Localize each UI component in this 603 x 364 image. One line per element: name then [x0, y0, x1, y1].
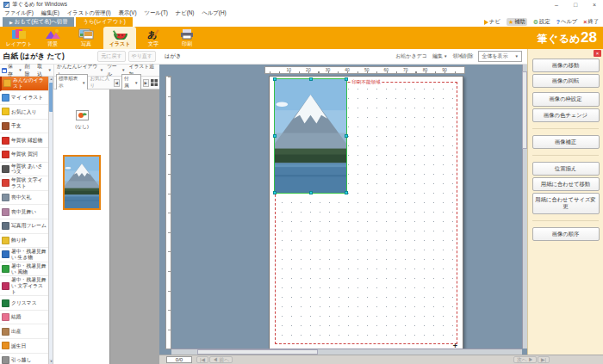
- import-label: 取込: [37, 63, 47, 78]
- move-to-paper-button[interactable]: 用紙に合わせて移動: [532, 177, 600, 191]
- attached-select[interactable]: 付属▼: [121, 74, 141, 91]
- minimize-button[interactable]: –: [551, 2, 562, 8]
- category-item[interactable]: みんなのイラスト: [0, 77, 53, 91]
- chevron-down-icon: ▼: [515, 54, 519, 59]
- menu-tools[interactable]: ツール(T): [145, 9, 168, 17]
- tab-back-layout[interactable]: うら(レイアウト): [76, 17, 132, 27]
- category-item[interactable]: 年賀状 縁起物: [0, 133, 53, 148]
- save-button[interactable]: 保存▼: [2, 63, 22, 78]
- category-item[interactable]: 暑中・残暑見舞い 風物: [0, 262, 53, 277]
- import-button[interactable]: 取込▼: [37, 63, 52, 78]
- image-move-button[interactable]: 画像の移動: [532, 59, 600, 72]
- tab-background[interactable]: 背景: [36, 27, 69, 49]
- main-toolbar: レイアウト 背景 写真 イラスト あ 文字 印刷: [0, 27, 603, 49]
- assist-button[interactable]: ★補助: [507, 18, 527, 26]
- resize-handle[interactable]: [309, 191, 313, 194]
- paint-deco-button[interactable]: お絵かきデコ: [395, 52, 427, 60]
- resize-handle[interactable]: [273, 134, 277, 138]
- settings-button[interactable]: ⚙設定: [533, 18, 550, 26]
- image-correct-button[interactable]: 画像補正: [532, 135, 600, 149]
- category-item[interactable]: 干支: [0, 120, 53, 134]
- resize-handle[interactable]: [345, 134, 348, 138]
- menu-edit[interactable]: 編集(E): [41, 9, 59, 17]
- postcard-canvas[interactable]: 印刷不能領域 +: [269, 76, 463, 350]
- thumbnail-photo[interactable]: [53, 151, 110, 213]
- prev-set-button[interactable]: ◀: [114, 79, 120, 87]
- next-set-button[interactable]: ▶: [143, 79, 149, 87]
- category-icon: [3, 79, 11, 87]
- area-delete-button[interactable]: 領域削除: [452, 52, 473, 60]
- menu-help[interactable]: ヘルプ(H): [202, 9, 226, 17]
- scrollbar-thumb[interactable]: [522, 71, 527, 149]
- maximize-button[interactable]: □: [570, 2, 581, 8]
- next-page-button[interactable]: 次へ ▶: [513, 356, 537, 363]
- category-item[interactable]: 暑中・残暑見舞い 文字イラスト: [0, 276, 53, 296]
- resize-handle[interactable]: [309, 77, 313, 81]
- placed-fuji-photo[interactable]: [274, 78, 347, 194]
- thumbnail-none[interactable]: (なし): [53, 89, 110, 151]
- category-item[interactable]: 年賀状 あいさつ文: [0, 163, 53, 177]
- resize-to-paper-button[interactable]: 用紙に合わせてサイズ変更: [532, 193, 600, 213]
- sidebar-scrollbar[interactable]: ▲ ▼: [48, 77, 53, 364]
- quit-button[interactable]: ×終了: [583, 18, 599, 26]
- delete-button[interactable]: 削除: [25, 63, 34, 78]
- align-position-button[interactable]: 位置揃え: [532, 162, 600, 176]
- grid-view-icon[interactable]: [151, 79, 158, 87]
- category-item[interactable]: マイ イラスト: [0, 91, 53, 106]
- resize-handle[interactable]: [273, 191, 277, 194]
- category-item[interactable]: 引っ越し: [0, 354, 53, 364]
- resize-handle[interactable]: [345, 77, 348, 81]
- panel-close-icon[interactable]: ×: [594, 50, 601, 57]
- ruler-tick-label: 50: [357, 67, 376, 73]
- image-frame-button[interactable]: 画像の枠設定: [532, 92, 600, 106]
- app-icon: [3, 2, 9, 8]
- image-order-button[interactable]: 画像の順序: [532, 227, 600, 241]
- edit-dropdown[interactable]: 編集▼: [432, 52, 447, 60]
- category-item[interactable]: 喪中欠礼: [0, 191, 53, 206]
- category-item[interactable]: 誕生日: [0, 339, 53, 354]
- category-label: 年賀状 あいさつ文: [11, 163, 47, 175]
- category-item[interactable]: 喪中見舞い: [0, 205, 53, 219]
- category-item[interactable]: 年賀状 文字イラスト: [0, 176, 53, 191]
- undo-button[interactable]: 元に戻す: [97, 51, 125, 62]
- menu-view[interactable]: 表示(V): [119, 9, 137, 17]
- navi-button[interactable]: ナビ: [484, 18, 500, 26]
- category-item[interactable]: 暑中・残暑見舞い 生き物: [0, 248, 53, 262]
- first-page-button[interactable]: |◀: [196, 356, 208, 363]
- category-item[interactable]: お気に入り: [0, 105, 53, 120]
- tab-text[interactable]: あ 文字: [137, 27, 170, 49]
- layout-icon: [11, 28, 27, 40]
- category-item[interactable]: 飾り枠: [0, 234, 53, 249]
- help-button[interactable]: ?ヘルプ: [556, 18, 578, 26]
- divider: [532, 220, 599, 221]
- sort-order-select[interactable]: 標準順表示▼: [56, 74, 88, 91]
- redo-button[interactable]: やり直す: [128, 51, 156, 62]
- tab-photo[interactable]: 写真: [70, 27, 103, 49]
- menu-navi[interactable]: ナビ(N): [176, 9, 195, 17]
- tab-layout[interactable]: レイアウト: [3, 27, 35, 49]
- category-item[interactable]: 出産: [0, 324, 53, 339]
- assist-label: 補助: [514, 18, 525, 26]
- resize-handle[interactable]: [345, 191, 348, 194]
- menu-illust-manage[interactable]: イラストの管理(I): [67, 9, 111, 17]
- close-button[interactable]: ×: [589, 2, 600, 8]
- zoom-mode-select[interactable]: 全体を表示▼: [478, 51, 522, 62]
- category-item[interactable]: 結婚: [0, 311, 53, 325]
- menu-file[interactable]: ファイル(F): [4, 9, 34, 17]
- category-item[interactable]: クリスマス: [0, 296, 53, 311]
- ruler-tick-label: 60: [376, 67, 396, 73]
- resize-handle[interactable]: [273, 77, 277, 81]
- category-item[interactable]: 写真用フレーム: [0, 219, 53, 234]
- image-rotate-button[interactable]: 画像の回転: [532, 74, 600, 88]
- prev-page-button[interactable]: ◀ 前へ: [209, 356, 233, 363]
- category-item[interactable]: 年賀状 賀詞: [0, 148, 53, 163]
- tab-illustration[interactable]: イラスト: [103, 27, 136, 49]
- fuji-photo-thumbnail[interactable]: [63, 155, 101, 210]
- image-color-change-button[interactable]: 画像の色チェンジ: [532, 108, 600, 122]
- last-page-button[interactable]: ▶|: [538, 356, 550, 363]
- thumbnail-list: (なし): [53, 89, 159, 364]
- tab-front-address[interactable]: ▶ おもて(宛て名)へ切替: [3, 17, 74, 27]
- canvas-vertical-scrollbar[interactable]: [522, 65, 527, 349]
- canvas-horizontal-scrollbar[interactable]: [171, 349, 522, 355]
- tab-print[interactable]: 印刷: [171, 27, 203, 49]
